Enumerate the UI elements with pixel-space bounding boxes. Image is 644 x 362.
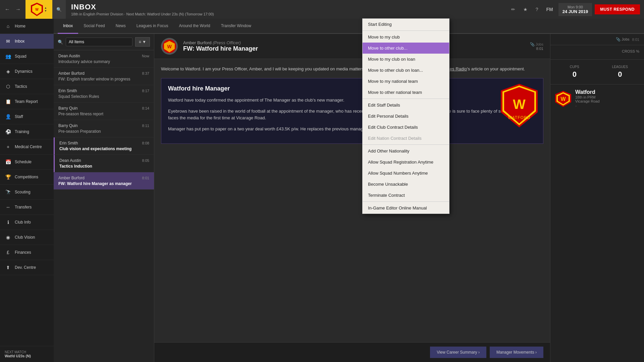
- sidebar-item-dev-centre[interactable]: ⬆ Dev. Centre: [0, 260, 54, 275]
- jobs-time: 8:01: [530, 47, 543, 51]
- club-league: 18th in PRM: [575, 95, 600, 99]
- sidebar-label-inbox: Inbox: [15, 39, 24, 44]
- dropdown-become-unsackable[interactable]: Become Unsackable: [363, 179, 449, 190]
- date-main: 24 JUN 2019: [562, 9, 588, 14]
- msg-subject-3: Squad Selection Rules: [58, 94, 149, 99]
- cups-value: 0: [555, 70, 594, 79]
- sidebar-item-inbox[interactable]: ✉ Inbox: [0, 34, 54, 49]
- back-button[interactable]: ←: [3, 5, 12, 14]
- sidebar-item-scouting[interactable]: 🔭 Scouting: [0, 185, 54, 200]
- sidebar-item-schedule[interactable]: 📅 Schedule: [0, 155, 54, 170]
- sidebar-item-team-report[interactable]: 📋 Team Report: [0, 94, 54, 109]
- sender-name: Amber Burford (Press Officer): [183, 40, 525, 45]
- message-body: Welcome to Watford. I am your Press Offi…: [154, 59, 550, 342]
- editor-dropdown-menu: Start Editing Move to my club Move to ot…: [362, 18, 449, 214]
- watford-crest-svg: W WATFORD: [501, 84, 538, 127]
- tab-news[interactable]: News: [110, 19, 131, 34]
- svg-text:W: W: [560, 96, 566, 102]
- sidebar-label-training: Training: [15, 129, 29, 134]
- message-item-8[interactable]: Amber Burford 8:01 FW: Watford hire Mana…: [54, 172, 154, 190]
- article-box: Watford hire Manager: [161, 78, 543, 144]
- top-bar: ← → W ▲ ▼ 🔍 INBOX 18th in English Premie…: [0, 0, 644, 19]
- dropdown-start-editing[interactable]: Start Editing: [363, 19, 449, 30]
- message-item-2[interactable]: Amber Burford 8:37 FW: English transfer …: [54, 68, 154, 85]
- dropdown-allow-squad-reg[interactable]: Allow Squad Registration Anytime: [363, 157, 449, 168]
- right-panel: 📎 Jobs 8:01 CROSS % CUPS 0: [550, 34, 644, 362]
- global-search[interactable]: 🔍: [52, 0, 66, 19]
- sidebar-item-finances[interactable]: £ Finances: [0, 245, 54, 260]
- sidebar: ⌂ Home ✉ Inbox 👥 Squad ◈ Dynamics ⬡ Tact…: [0, 19, 54, 362]
- dropdown-move-to-club-loan[interactable]: Move to my club on loan: [363, 54, 449, 65]
- sidebar-item-transfers[interactable]: ↔ Transfers: [0, 200, 54, 215]
- club-badge-area: W ▲ ▼: [25, 0, 52, 19]
- sidebar-label-team-report: Team Report: [15, 99, 38, 104]
- dropdown-add-nationality[interactable]: Add Other Nationality: [363, 145, 449, 157]
- search-input[interactable]: [66, 38, 132, 46]
- sidebar-item-dynamics[interactable]: ◈ Dynamics: [0, 64, 54, 79]
- dropdown-divider-2: [363, 99, 449, 99]
- sidebar-item-club-info[interactable]: ℹ Club Info: [0, 215, 54, 230]
- msg-subject-5: Pre-season Preparation: [58, 129, 149, 134]
- stats-row: CUPS 0 LEAGUES 0: [555, 65, 639, 79]
- must-respond-button[interactable]: MUST RESPOND: [595, 4, 640, 14]
- dropdown-edit-staff[interactable]: Edit Staff Details: [363, 100, 449, 111]
- fm-logo: FM: [543, 7, 555, 12]
- sidebar-item-club-vision[interactable]: ◉ Club Vision: [0, 230, 54, 245]
- message-item-1[interactable]: Dean Austin Now Introductory advice summ…: [54, 50, 154, 68]
- leagues-stat: LEAGUES 0: [601, 65, 640, 79]
- tab-inbox[interactable]: Inbox: [58, 19, 78, 34]
- dropdown-terminate-contract[interactable]: Terminate Contract: [363, 190, 449, 201]
- sidebar-item-tactics[interactable]: ⬡ Tactics: [0, 79, 54, 94]
- app-container: ← → W ▲ ▼ 🔍 INBOX 18th in English Premie…: [0, 0, 644, 362]
- tab-social-feed[interactable]: Social Feed: [78, 19, 110, 34]
- sidebar-item-training[interactable]: ⚽ Training: [0, 124, 54, 139]
- dropdown-move-to-club[interactable]: Move to my club: [363, 32, 449, 43]
- dropdown-move-to-other-club[interactable]: Move to other club...: [363, 43, 449, 54]
- cross-section: CROSS %: [550, 45, 644, 60]
- sidebar-label-dev-centre: Dev. Centre: [15, 265, 36, 270]
- view-career-summary-button[interactable]: View Career Summary ›: [430, 347, 486, 358]
- message-item-3[interactable]: Erin Smith 8:17 Squad Selection Rules: [54, 85, 154, 103]
- dropdown-divider-3: [363, 144, 449, 145]
- tab-transfer-window[interactable]: Transfer Window: [216, 19, 257, 34]
- message-item-6[interactable]: Erin Smith 8:08 Club vision and expectat…: [54, 137, 154, 155]
- dropdown-allow-squad-numbers[interactable]: Allow Squad Numbers Anytime: [363, 168, 449, 179]
- sidebar-item-competitions[interactable]: 🏆 Competitions: [0, 170, 54, 185]
- filter-button[interactable]: ≡ ▼: [135, 37, 150, 47]
- manager-movements-button[interactable]: Manager Movements ›: [490, 347, 543, 358]
- sidebar-item-staff[interactable]: 👤 Staff: [0, 109, 54, 124]
- sidebar-item-home[interactable]: ⌂ Home: [0, 19, 54, 34]
- article-para-2: Eyebrows have been raised in the world o…: [168, 108, 536, 122]
- cross-label: CROSS %: [622, 49, 639, 53]
- message-item-4[interactable]: Barry Quin 8:14 Pre-season fitness repor…: [54, 103, 154, 120]
- tab-around-the-world[interactable]: Around the World: [173, 19, 215, 34]
- stats-section: CUPS 0 LEAGUES 0: [550, 60, 644, 84]
- help-icon-button[interactable]: ?: [533, 5, 541, 13]
- inbox-search-bar: 🔍 ≡ ▼: [54, 34, 154, 50]
- watford-shield-image: W WATFORD: [501, 84, 538, 127]
- dropdown-move-to-national[interactable]: Move to my national team: [363, 76, 449, 87]
- tab-leagues-in-focus[interactable]: Leagues in Focus: [131, 19, 174, 34]
- msg-time-6: 8:08: [142, 141, 149, 145]
- sidebar-label-squad: Squad: [15, 54, 26, 59]
- msg-subject-4: Pre-season fitness report: [58, 112, 149, 116]
- top-bar-right: ✏ ★ ? FM Mon 9:00 24 JUN 2019 MUST RESPO…: [508, 3, 644, 16]
- sidebar-item-squad[interactable]: 👥 Squad: [0, 49, 54, 64]
- watford-badge-icon: W: [31, 3, 43, 16]
- next-match-label: NEXT MATCH: [5, 350, 49, 354]
- msg-from-5: Barry Quin: [58, 123, 77, 128]
- forward-button[interactable]: →: [13, 5, 23, 14]
- message-item-7[interactable]: Dean Austin 8:05 Tactics Induction: [54, 155, 154, 172]
- right-panel-top: 📎 Jobs 8:01: [550, 34, 644, 45]
- message-item-5[interactable]: Barry Quin 8:11 Pre-season Preparation: [54, 120, 154, 137]
- edit-icon-button[interactable]: ✏: [508, 5, 518, 13]
- page-subtitle: 18th in English Premier Division · Next …: [71, 12, 503, 16]
- dropdown-move-to-other-club-loan[interactable]: Move to other club on loan...: [363, 65, 449, 76]
- dropdown-move-to-other-national[interactable]: Move to other national team: [363, 87, 449, 98]
- highlight-icon-button[interactable]: ★: [521, 5, 530, 13]
- sidebar-item-medical[interactable]: + Medical Centre: [0, 139, 54, 155]
- club-crest-icon: W: [555, 91, 571, 107]
- dropdown-edit-personal[interactable]: Edit Personal Details: [363, 111, 449, 122]
- dropdown-edit-club-contract[interactable]: Edit Club Contract Details: [363, 122, 449, 133]
- dropdown-online-manual[interactable]: In-Game Editor Online Manual: [363, 202, 449, 214]
